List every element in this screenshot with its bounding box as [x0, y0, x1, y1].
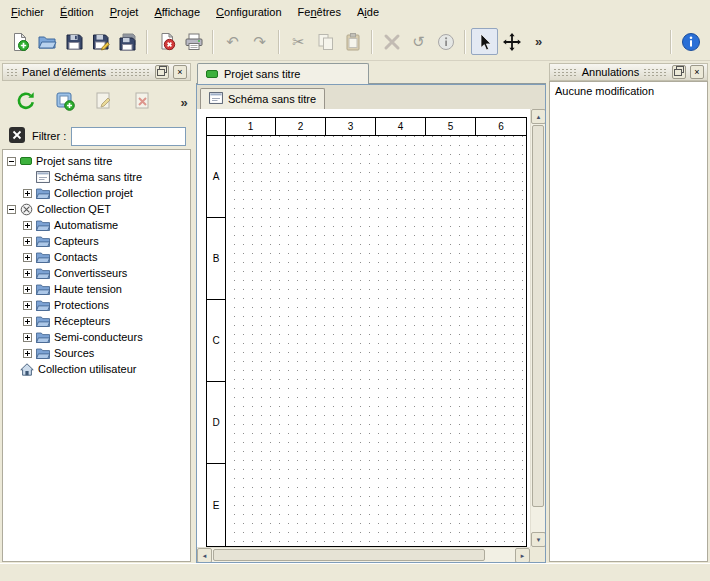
- dock-float-button[interactable]: [672, 65, 686, 79]
- reload-collections-button[interactable]: [11, 87, 41, 117]
- cursor-arrow-icon: [475, 32, 495, 52]
- paste-button[interactable]: [339, 28, 366, 55]
- dock-grip[interactable]: [643, 68, 668, 77]
- copy-button[interactable]: [312, 28, 339, 55]
- print-button[interactable]: [180, 28, 207, 55]
- tree-item-automatisme[interactable]: Automatisme: [3, 217, 190, 233]
- expander-icon[interactable]: [23, 301, 32, 310]
- new-element-button[interactable]: [50, 87, 80, 117]
- vertical-scrollbar[interactable]: ▲ ▼: [530, 109, 545, 547]
- tab-schema-sans-titre[interactable]: Schéma sans titre: [200, 88, 325, 109]
- delete-x-icon: [382, 32, 402, 52]
- scroll-right-button[interactable]: ►: [515, 548, 530, 562]
- expander-icon[interactable]: [23, 333, 32, 342]
- undo-dock-title: Annulations: [582, 66, 640, 78]
- expander-icon[interactable]: [7, 205, 16, 214]
- tree-item-label: Sources: [54, 347, 94, 359]
- tree-item-collection-projet[interactable]: Collection projet: [3, 185, 190, 201]
- menu-fenetres[interactable]: Fenêtres: [290, 3, 349, 21]
- menu-fichier[interactable]: Fichier: [3, 3, 52, 21]
- tree-item-label: Semi-conducteurs: [54, 331, 143, 343]
- rotate-button[interactable]: ↺: [405, 28, 432, 55]
- edit-element-button[interactable]: [89, 87, 119, 117]
- tree-item-project[interactable]: Projet sans titre: [3, 153, 190, 169]
- tree-item-collection-qet[interactable]: Collection QET: [3, 201, 190, 217]
- column-header: 6: [476, 118, 526, 135]
- undo-icon: ↶: [226, 34, 239, 49]
- menu-projet[interactable]: Projet: [102, 3, 147, 21]
- close-file-button[interactable]: [153, 28, 180, 55]
- toolbar-separator: [371, 30, 373, 54]
- diagram-frame: 1 2 3 4 5 6 A B C D E: [206, 117, 527, 547]
- cut-button[interactable]: ✂: [285, 28, 312, 55]
- schema-canvas[interactable]: [226, 136, 526, 546]
- expander-icon[interactable]: [23, 237, 32, 246]
- scroll-down-button[interactable]: ▼: [531, 532, 545, 547]
- undo-button[interactable]: ↶: [219, 28, 246, 55]
- new-element-icon: [54, 90, 76, 114]
- elements-panel-titlebar[interactable]: Panel d'éléments ×: [2, 63, 191, 81]
- panel-more-button[interactable]: »: [176, 87, 192, 117]
- tree-item-label: Schéma sans titre: [54, 171, 142, 183]
- dock-close-button[interactable]: ×: [173, 65, 187, 79]
- save-as-button[interactable]: [87, 28, 114, 55]
- dock-close-button[interactable]: ×: [690, 65, 704, 79]
- clear-filter-button[interactable]: [7, 126, 27, 146]
- tree-item-sources[interactable]: Sources: [3, 345, 190, 361]
- save-button[interactable]: [60, 28, 87, 55]
- elements-panel-dock: Panel d'éléments × » Filtrer : Projet sa…: [2, 63, 191, 562]
- open-file-button[interactable]: [33, 28, 60, 55]
- tree-item-capteurs[interactable]: Capteurs: [3, 233, 190, 249]
- menu-affichage[interactable]: Affichage: [146, 3, 208, 21]
- info-icon: [436, 32, 456, 52]
- tree-item-protections[interactable]: Protections: [3, 297, 190, 313]
- dock-grip[interactable]: [110, 68, 151, 77]
- expander-icon[interactable]: [23, 317, 32, 326]
- tree-item-convertisseurs[interactable]: Convertisseurs: [3, 265, 190, 281]
- tree-item-schema[interactable]: Schéma sans titre: [3, 169, 190, 185]
- toolbar-more-button[interactable]: »: [525, 28, 552, 55]
- tree-item-semi-conducteurs[interactable]: Semi-conducteurs: [3, 329, 190, 345]
- tree-item-collection-utilisateur[interactable]: Collection utilisateur: [3, 361, 190, 377]
- schema-icon: [209, 92, 223, 106]
- menu-edition[interactable]: Édition: [52, 3, 102, 21]
- scroll-left-button[interactable]: ◄: [197, 548, 212, 562]
- save-all-button[interactable]: [114, 28, 141, 55]
- element-info-button[interactable]: [432, 28, 459, 55]
- column-header: 5: [426, 118, 476, 135]
- horizontal-scroll-thumb[interactable]: [213, 549, 485, 561]
- expander-icon[interactable]: [23, 349, 32, 358]
- expander-icon[interactable]: [23, 189, 32, 198]
- tree-item-haute-tension[interactable]: Haute tension: [3, 281, 190, 297]
- redo-button[interactable]: ↷: [246, 28, 273, 55]
- expander-icon[interactable]: [23, 285, 32, 294]
- expander-icon[interactable]: [23, 221, 32, 230]
- expander-icon[interactable]: [7, 157, 16, 166]
- scroll-up-button[interactable]: ▲: [531, 109, 545, 124]
- filter-input[interactable]: [71, 127, 186, 146]
- schema-view: 1 2 3 4 5 6 A B C D E: [197, 109, 545, 562]
- undo-dock-titlebar[interactable]: Annulations ×: [549, 63, 708, 81]
- delete-element-button[interactable]: [128, 87, 158, 117]
- menu-configuration[interactable]: Configuration: [208, 3, 289, 21]
- folder-icon: [36, 267, 50, 279]
- about-button[interactable]: [677, 28, 704, 55]
- dock-float-button[interactable]: [155, 65, 169, 79]
- new-file-button[interactable]: [6, 28, 33, 55]
- tab-projet-sans-titre[interactable]: Projet sans titre: [197, 63, 369, 84]
- row-header: B: [207, 218, 225, 300]
- vertical-scroll-thumb[interactable]: [532, 125, 544, 507]
- tree-item-recepteurs[interactable]: Récepteurs: [3, 313, 190, 329]
- menu-aide[interactable]: Aide: [349, 3, 387, 21]
- expander-icon[interactable]: [23, 253, 32, 262]
- pan-mode-button[interactable]: [498, 28, 525, 55]
- expander-icon[interactable]: [23, 269, 32, 278]
- undo-history-item[interactable]: Aucune modification: [553, 84, 704, 98]
- select-mode-button[interactable]: [471, 28, 498, 55]
- delete-button[interactable]: [378, 28, 405, 55]
- horizontal-scrollbar[interactable]: ◄ ►: [197, 547, 530, 562]
- dock-grip[interactable]: [553, 68, 578, 77]
- tree-item-contacts[interactable]: Contacts: [3, 249, 190, 265]
- dock-grip[interactable]: [6, 68, 18, 77]
- folder-icon: [36, 283, 50, 295]
